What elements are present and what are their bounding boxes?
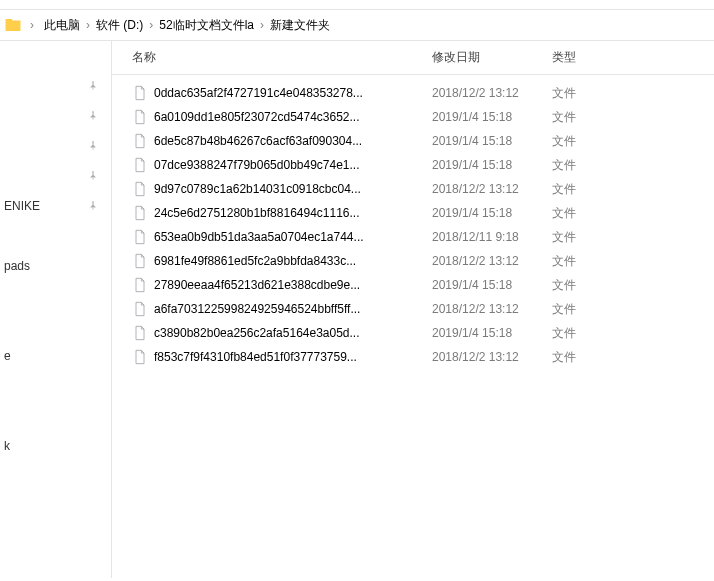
file-date: 2019/1/4 15:18	[422, 206, 542, 220]
file-date: 2018/12/2 13:12	[422, 86, 542, 100]
file-name: 27890eeaa4f65213d621e388cdbe9e...	[154, 278, 360, 292]
sidebar-item[interactable]	[0, 311, 111, 341]
list-item[interactable]: 0ddac635af2f4727191c4e048353278...2018/1…	[112, 81, 714, 105]
chevron-right-icon: ›	[82, 18, 94, 32]
file-type: 文件	[542, 109, 714, 126]
file-date: 2018/12/2 13:12	[422, 302, 542, 316]
list-item[interactable]: 27890eeaa4f65213d621e388cdbe9e...2019/1/…	[112, 273, 714, 297]
file-date: 2019/1/4 15:18	[422, 134, 542, 148]
file-type: 文件	[542, 133, 714, 150]
breadcrumb[interactable]: › 此电脑›软件 (D:)›52临时文档文件la›新建文件夹	[0, 10, 714, 41]
file-type: 文件	[542, 253, 714, 270]
file-type: 文件	[542, 349, 714, 366]
file-name: 07dce9388247f79b065d0bb49c74e1...	[154, 158, 360, 172]
chevron-right-icon: ›	[256, 18, 268, 32]
file-icon	[132, 205, 148, 221]
file-date: 2018/12/2 13:12	[422, 254, 542, 268]
column-header-type[interactable]: 类型	[542, 41, 714, 74]
file-list: 名称 修改日期 类型 0ddac635af2f4727191c4e0483532…	[112, 41, 714, 578]
pin-icon	[87, 80, 99, 92]
sidebar-item[interactable]	[0, 71, 111, 101]
window-menubar	[0, 0, 714, 10]
file-date: 2018/12/2 13:12	[422, 350, 542, 364]
file-name: 6981fe49f8861ed5fc2a9bbfda8433c...	[154, 254, 356, 268]
file-type: 文件	[542, 157, 714, 174]
list-item[interactable]: 6981fe49f8861ed5fc2a9bbfda8433c...2018/1…	[112, 249, 714, 273]
file-name: 24c5e6d2751280b1bf8816494c1116...	[154, 206, 360, 220]
sidebar-item[interactable]: k	[0, 431, 111, 461]
file-date: 2019/1/4 15:18	[422, 278, 542, 292]
file-icon	[132, 325, 148, 341]
folder-icon	[4, 16, 22, 34]
file-icon	[132, 301, 148, 317]
sidebar-item[interactable]: pads	[0, 251, 111, 281]
column-header-date[interactable]: 修改日期	[422, 41, 542, 74]
sidebar-item-label: pads	[4, 259, 99, 273]
sidebar-item[interactable]	[0, 221, 111, 251]
file-icon	[132, 277, 148, 293]
pin-icon	[87, 140, 99, 152]
sidebar-item[interactable]	[0, 371, 111, 401]
file-type: 文件	[542, 325, 714, 342]
sidebar-item-label: e	[4, 349, 99, 363]
file-name: a6fa70312259982492594652​4bbff5ff...	[154, 302, 360, 316]
file-type: 文件	[542, 229, 714, 246]
file-icon	[132, 157, 148, 173]
file-type: 文件	[542, 205, 714, 222]
breadcrumb-item[interactable]: 软件 (D:)	[94, 16, 145, 34]
file-icon	[132, 133, 148, 149]
file-name: c3890b82b0ea256c2afa5164e3a05d...	[154, 326, 360, 340]
pin-icon	[87, 110, 99, 122]
file-type: 文件	[542, 85, 714, 102]
list-item[interactable]: f853c7f9f4310fb84ed51f0f37773759...2018/…	[112, 345, 714, 369]
sidebar-item-label: k	[4, 439, 99, 453]
breadcrumb-item[interactable]: 此电脑	[42, 16, 82, 34]
file-icon	[132, 181, 148, 197]
chevron-right-icon: ›	[26, 18, 38, 32]
file-date: 2019/1/4 15:18	[422, 158, 542, 172]
list-item[interactable]: c3890b82b0ea256c2afa5164e3a05d...2019/1/…	[112, 321, 714, 345]
sidebar-item[interactable]	[0, 281, 111, 311]
list-item[interactable]: 653ea0b9db51da3aa5a0704ec1a744...2018/12…	[112, 225, 714, 249]
file-icon	[132, 109, 148, 125]
list-item[interactable]: 6de5c87b48b46267c6acf63af090304...2019/1…	[112, 129, 714, 153]
file-icon	[132, 85, 148, 101]
list-item[interactable]: 9d97c0789c1a62b14031c0918cbc04...2018/12…	[112, 177, 714, 201]
pin-icon	[87, 170, 99, 182]
file-date: 2019/1/4 15:18	[422, 110, 542, 124]
column-headers: 名称 修改日期 类型	[112, 41, 714, 75]
list-item[interactable]: a6fa70312259982492594652​4bbff5ff...2018…	[112, 297, 714, 321]
list-item[interactable]: 6a0109dd1e805f23072cd5474c3652...2019/1/…	[112, 105, 714, 129]
file-icon	[132, 229, 148, 245]
column-header-name[interactable]: 名称	[112, 41, 422, 74]
file-type: 文件	[542, 181, 714, 198]
breadcrumb-item[interactable]: 新建文件夹	[268, 16, 332, 34]
sidebar-item[interactable]: ENIKE	[0, 191, 111, 221]
file-name: f853c7f9f4310fb84ed51f0f37773759...	[154, 350, 357, 364]
chevron-right-icon: ›	[145, 18, 157, 32]
breadcrumb-item[interactable]: 52临时文档文件la	[157, 16, 256, 34]
file-date: 2018/12/2 13:12	[422, 182, 542, 196]
file-name: 653ea0b9db51da3aa5a0704ec1a744...	[154, 230, 364, 244]
sidebar-item[interactable]	[0, 161, 111, 191]
sidebar-item[interactable]	[0, 131, 111, 161]
file-date: 2019/1/4 15:18	[422, 326, 542, 340]
file-name: 0ddac635af2f4727191c4e048353278...	[154, 86, 363, 100]
sidebar-item[interactable]	[0, 101, 111, 131]
pin-icon	[87, 200, 99, 212]
file-name: 6de5c87b48b46267c6acf63af090304...	[154, 134, 362, 148]
file-date: 2018/12/11 9:18	[422, 230, 542, 244]
list-item[interactable]: 07dce9388247f79b065d0bb49c74e1...2019/1/…	[112, 153, 714, 177]
sidebar: ENIKEpadsek	[0, 41, 112, 578]
file-icon	[132, 349, 148, 365]
file-name: 9d97c0789c1a62b14031c0918cbc04...	[154, 182, 361, 196]
sidebar-item[interactable]	[0, 401, 111, 431]
file-name: 6a0109dd1e805f23072cd5474c3652...	[154, 110, 360, 124]
list-item[interactable]: 24c5e6d2751280b1bf8816494c1116...2019/1/…	[112, 201, 714, 225]
sidebar-item-label: ENIKE	[4, 199, 79, 213]
sidebar-item[interactable]: e	[0, 341, 111, 371]
file-icon	[132, 253, 148, 269]
file-type: 文件	[542, 277, 714, 294]
file-type: 文件	[542, 301, 714, 318]
